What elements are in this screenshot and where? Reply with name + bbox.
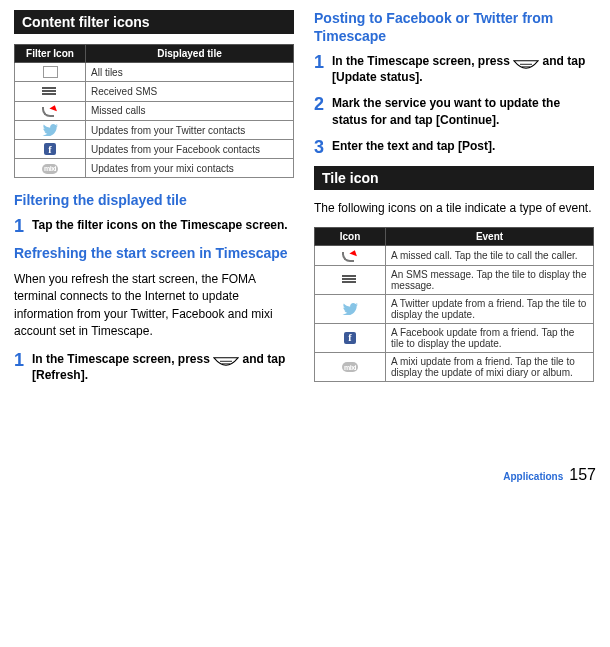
right-column: Posting to Facebook or Twitter from Time… [314,10,594,396]
table-cell: A Twitter update from a friend. Tap the … [386,294,594,323]
sms-icon [342,274,358,286]
table-row: Updates from your Twitter contacts [15,121,294,140]
content-filter-icons-heading: Content filter icons [14,10,294,34]
tile-icon-body: The following icons on a tile indicate a… [314,200,594,217]
table-header-icon: Icon [315,228,386,246]
mixi-icon: mixi [42,164,58,174]
table-cell: Updates from your mixi contacts [86,159,294,178]
table-row: All tiles [15,63,294,82]
step-text: In the Timescape screen, press and tap [… [332,53,594,85]
facebook-icon: f [44,143,56,155]
mixi-icon: mixi [342,362,358,372]
twitter-icon [42,124,58,136]
table-row: Missed calls [15,101,294,120]
step-text: Enter the text and tap [Post]. [332,138,495,154]
step-text: Tap the filter icons on the Timescape sc… [32,217,288,233]
table-cell: An SMS message. Tap the tile to display … [386,265,594,294]
filtering-step-1: 1 Tap the filter icons on the Timescape … [14,217,294,235]
table-row: f Updates from your Facebook contacts [15,140,294,159]
table-row: mixi Updates from your mixi contacts [15,159,294,178]
refreshing-step-1: 1 In the Timescape screen, press and tap… [14,351,294,383]
tile-icon-heading: Tile icon [314,166,594,190]
table-row: A Twitter update from a friend. Tap the … [315,294,594,323]
table-header-filter-icon: Filter Icon [15,45,86,63]
table-cell: A mixi update from a friend. Tap the til… [386,352,594,381]
posting-step-2: 2 Mark the service you want to update th… [314,95,594,127]
step-text: Mark the service you want to update the … [332,95,594,127]
all-tiles-icon [43,66,58,78]
step-text-pre: In the Timescape screen, press [32,352,213,366]
sms-icon [42,86,58,98]
table-cell: A Facebook update from a friend. Tap the… [386,323,594,352]
filtering-heading: Filtering the displayed tile [14,192,294,210]
table-cell: Updates from your Facebook contacts [86,140,294,159]
table-row: f A Facebook update from a friend. Tap t… [315,323,594,352]
page-footer: Applications 157 [0,466,610,494]
footer-section-label: Applications [503,471,563,482]
step-text: In the Timescape screen, press and tap [… [32,351,294,383]
facebook-icon: f [344,332,356,344]
table-cell: A missed call. Tap the tile to call the … [386,246,594,265]
refreshing-heading: Refreshing the start screen in Timescape [14,245,294,263]
posting-step-3: 3 Enter the text and tap [Post]. [314,138,594,156]
left-column: Content filter icons Filter Icon Display… [14,10,294,396]
step-number: 2 [314,95,324,113]
menu-key-icon [213,355,239,371]
table-row: mixi A mixi update from a friend. Tap th… [315,352,594,381]
posting-heading: Posting to Facebook or Twitter from Time… [314,10,594,45]
step-number: 1 [14,217,24,235]
content-filter-table: Filter Icon Displayed tile All tiles Rec… [14,44,294,178]
twitter-icon [342,303,358,315]
step-number: 3 [314,138,324,156]
table-row: A missed call. Tap the tile to call the … [315,246,594,265]
footer-page-number: 157 [569,466,596,484]
table-header-displayed-tile: Displayed tile [86,45,294,63]
step-number: 1 [14,351,24,369]
missed-call-icon [342,250,358,262]
table-row: An SMS message. Tap the tile to display … [315,265,594,294]
step-number: 1 [314,53,324,71]
table-cell: Updates from your Twitter contacts [86,121,294,140]
step-text-pre: In the Timescape screen, press [332,54,513,68]
missed-call-icon [42,105,58,117]
table-cell: Received SMS [86,82,294,101]
table-row: Received SMS [15,82,294,101]
table-header-event: Event [386,228,594,246]
table-cell: All tiles [86,63,294,82]
tile-icon-table: Icon Event A missed call. Tap the tile t… [314,227,594,381]
refreshing-body: When you refresh the start screen, the F… [14,271,294,341]
posting-step-1: 1 In the Timescape screen, press and tap… [314,53,594,85]
table-cell: Missed calls [86,101,294,120]
menu-key-icon [513,57,539,73]
